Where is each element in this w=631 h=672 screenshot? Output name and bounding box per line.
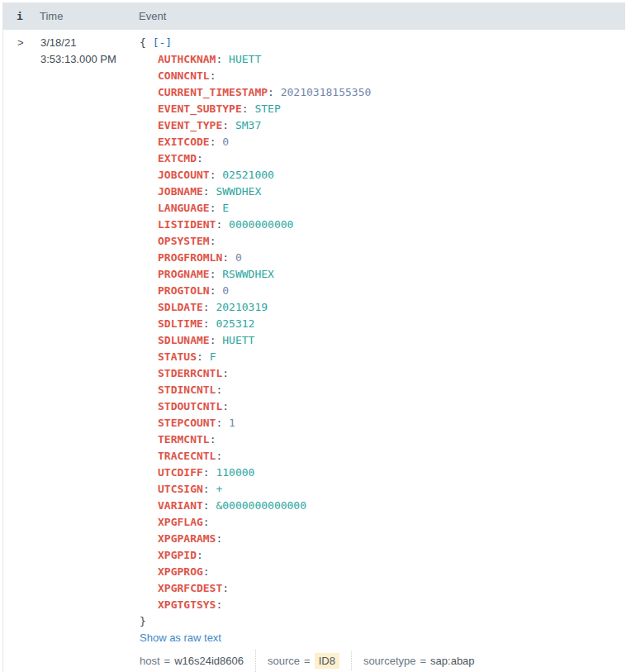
- selected-fields-bar: host=w16s24id8606source=ID8sourcetype=sa…: [140, 650, 625, 672]
- json-field: VARIANT: &0000000000000: [140, 498, 625, 514]
- json-key: CONNCNTL: [158, 69, 210, 82]
- json-field: TERMCNTL:: [140, 431, 625, 448]
- json-value: 1: [229, 417, 235, 429]
- event-time: 3:53:13.000 PM: [40, 51, 140, 68]
- json-collapse-toggle[interactable]: [-]: [153, 36, 172, 49]
- json-field: CONNCNTL:: [140, 68, 625, 84]
- open-brace: {: [140, 36, 146, 49]
- json-key: SDLTIME: [158, 317, 203, 330]
- json-colon: :: [216, 417, 222, 429]
- json-colon: :: [216, 532, 222, 545]
- json-value: 110000: [216, 466, 254, 479]
- json-value: RSWWDHEX: [222, 268, 274, 280]
- json-close-line: }: [140, 613, 625, 630]
- field-value[interactable]: w16s24id8606: [174, 655, 244, 667]
- json-key: LANGUAGE: [158, 202, 210, 214]
- json-key: LISTIDENT: [158, 218, 216, 231]
- json-colon: :: [203, 301, 210, 313]
- json-field: EVENT_TYPE: SM37: [140, 117, 625, 134]
- json-colon: :: [216, 598, 222, 611]
- json-field: UTCSIGN: +: [140, 481, 625, 498]
- json-key: SDLUNAME: [158, 334, 210, 346]
- json-colon: :: [210, 268, 216, 280]
- json-value: 0000000000: [229, 218, 293, 231]
- json-field: JOBCOUNT: 02521000: [140, 167, 625, 183]
- json-field: LISTIDENT: 0000000000: [140, 217, 625, 233]
- json-key: XPGFLAG: [158, 516, 203, 528]
- json-key: STDOUTCNTL: [158, 400, 222, 412]
- json-key: STDINCNTL: [158, 384, 216, 396]
- json-field: STDOUTCNTL:: [140, 398, 625, 415]
- json-colon: :: [197, 350, 203, 363]
- json-field: STATUS: F: [140, 349, 625, 365]
- json-field: OPSYSTEM:: [140, 233, 625, 250]
- json-value: E: [222, 202, 229, 214]
- json-field: XPGTGTSYS:: [140, 597, 625, 613]
- json-colon: :: [203, 483, 210, 495]
- json-key: XPGPID: [158, 549, 197, 561]
- json-value: 0: [235, 251, 242, 264]
- json-colon: :: [222, 582, 229, 594]
- json-colon: :: [216, 218, 222, 231]
- json-key: PROGTOLN: [158, 284, 210, 297]
- event-cell: { [-] AUTHCKNAM: HUETTCONNCNTL:CURRENT_T…: [140, 35, 625, 672]
- json-colon: :: [203, 185, 210, 198]
- json-field: SDLTIME: 025312: [140, 316, 625, 332]
- json-key: UTCDIFF: [158, 466, 203, 479]
- footer-field-sourcetype: sourcetype=sap:abap: [351, 651, 486, 670]
- footer-field-source: source=ID8: [255, 650, 351, 672]
- json-value: 02521000: [222, 169, 274, 181]
- equals-sign: =: [420, 655, 426, 667]
- json-colon: :: [210, 69, 216, 82]
- json-field: TRACECNTL:: [140, 448, 625, 465]
- json-open-line: { [-]: [140, 35, 625, 51]
- json-colon: :: [222, 251, 229, 264]
- json-colon: :: [222, 119, 229, 131]
- json-colon: :: [203, 317, 210, 330]
- json-key: CURRENT_TIMESTAMP: [158, 86, 268, 98]
- json-field: LANGUAGE: E: [140, 200, 625, 217]
- expand-chevron-icon[interactable]: >: [17, 36, 24, 49]
- json-key: XPGTGTSYS: [158, 598, 216, 611]
- json-colon: :: [222, 400, 229, 412]
- json-colon: :: [203, 516, 210, 528]
- json-colon: :: [197, 152, 203, 164]
- json-colon: :: [210, 136, 216, 148]
- json-field: EXITCODE: 0: [140, 134, 625, 150]
- json-field: JOBNAME: SWWDHEX: [140, 183, 625, 200]
- json-key: EVENT_SUBTYPE: [158, 102, 242, 115]
- json-colon: :: [210, 433, 216, 446]
- json-key: EXITCODE: [158, 136, 210, 148]
- json-field: XPGPROG:: [140, 564, 625, 580]
- json-key: TERMCNTL: [158, 433, 210, 446]
- json-value: SWWDHEX: [216, 185, 261, 198]
- json-colon: :: [197, 549, 203, 561]
- json-key: AUTHCKNAM: [158, 53, 216, 65]
- json-field: PROGFROMLN: 0: [140, 250, 625, 266]
- show-raw-text-link[interactable]: Show as raw text: [140, 630, 221, 646]
- json-colon: :: [210, 169, 216, 181]
- json-key: EVENT_TYPE: [158, 119, 222, 131]
- json-key: JOBCOUNT: [158, 169, 210, 181]
- json-key: STATUS: [158, 350, 197, 363]
- json-value: 20210319: [216, 301, 268, 313]
- json-value: 20210318155350: [281, 86, 372, 98]
- json-field: XPGPARAMS:: [140, 531, 625, 547]
- json-key: STDERRCNTL: [158, 367, 222, 379]
- field-value[interactable]: ID8: [315, 653, 339, 669]
- json-colon: :: [210, 334, 216, 346]
- json-field: XPGPID:: [140, 547, 625, 564]
- json-fields: AUTHCKNAM: HUETTCONNCNTL:CURRENT_TIMESTA…: [140, 51, 625, 613]
- json-field: UTCDIFF: 110000: [140, 465, 625, 481]
- json-value: +: [216, 483, 222, 495]
- json-value: STEP: [254, 102, 280, 115]
- json-colon: :: [222, 367, 229, 379]
- field-label: source: [268, 655, 300, 667]
- json-key: PROGFROMLN: [158, 251, 222, 264]
- field-value[interactable]: sap:abap: [430, 655, 475, 667]
- json-key: XPGPARAMS: [158, 532, 216, 545]
- json-colon: :: [242, 102, 249, 115]
- json-value: HUETT: [222, 334, 254, 346]
- json-value: 0: [222, 284, 229, 297]
- json-key: EXTCMD: [158, 152, 197, 164]
